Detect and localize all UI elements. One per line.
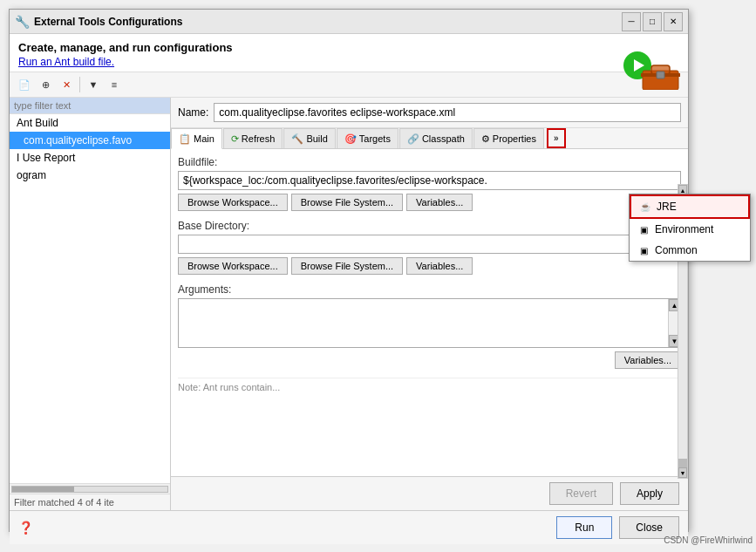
revert-button[interactable]: Revert [549,482,613,505]
duplicate-config-button[interactable]: ⊕ [36,75,55,94]
close-window-button[interactable]: ✕ [664,12,683,31]
buildfile-browse-buttons: Browse Workspace... Browse File System..… [178,194,681,211]
arguments-textarea[interactable] [179,299,668,347]
name-row: Name: [171,98,688,128]
new-config-button[interactable]: 📄 [15,75,34,94]
tabs-row: 📋 Main ⟳ Refresh 🔨 Build 🎯 Targets 🔗 [171,128,688,149]
tab-properties-icon: ⚙ [481,133,490,145]
tab-main[interactable]: 📋 Main [171,128,222,149]
tab-overflow-button[interactable]: » [547,128,566,148]
watermark: CSDN @FireWhirlwind [664,535,753,545]
dropdown-common-label: Common [655,244,698,256]
basedir-browse-filesystem-button[interactable]: Browse File System... [291,257,403,275]
basedir-label: Base Directory: [178,220,681,232]
filter-input[interactable] [10,98,170,114]
tab-build-icon: 🔨 [291,133,303,145]
buildfile-browse-filesystem-button[interactable]: Browse File System... [291,194,403,211]
tab-main-icon: 📋 [179,133,191,145]
minimize-button[interactable]: ─ [622,12,641,31]
filter-status: Filter matched 4 of 4 ite [10,494,170,510]
dropdown-jre-label: JRE [657,201,677,213]
basedir-input[interactable] [178,235,681,254]
dropdown-jre-item[interactable]: ☕ JRE [630,194,750,219]
dropdown-environment-label: Environment [655,223,713,235]
title-bar: 🔧 External Tools Configurations ─ □ ✕ [10,10,688,34]
buildfile-browse-workspace-button[interactable]: Browse Workspace... [178,194,288,211]
basedir-browse-workspace-button[interactable]: Browse Workspace... [178,257,288,275]
help-icon[interactable]: ❓ [18,521,33,535]
tab-refresh[interactable]: ⟳ Refresh [223,128,283,148]
svg-rect-3 [657,72,664,78]
arguments-label: Arguments: [178,283,681,296]
basedir-browse-buttons: Browse Workspace... Browse File System..… [178,257,681,275]
tab-refresh-icon: ⟳ [231,133,239,145]
run-close-bar: ❓ Run Close [10,510,688,544]
right-panel: Name: 📋 Main ⟳ Refresh 🔨 Build 🎯 [171,98,688,510]
tree-item-use-report[interactable]: I Use Report [10,149,170,167]
arguments-group: Arguments: ▲ ▼ Variables... [178,283,681,369]
buildfile-group: Buildfile: Browse Workspace... Browse Fi… [178,156,681,211]
note-text: Note: Ant runs contain... [178,378,681,392]
tree-item-selected[interactable]: com.qualityeclipse.favo [10,132,170,149]
tab-properties[interactable]: ⚙ Properties [473,128,544,148]
run-button[interactable]: Run [556,516,612,539]
bottom-bar: Revert Apply [171,476,688,510]
tab-build[interactable]: 🔨 Build [283,128,335,148]
buildfile-label: Buildfile: [178,156,681,168]
jre-icon: ☕ [638,200,652,214]
tree-item-program[interactable]: ogram [10,167,170,184]
dropdown-common-item[interactable]: ▣ Common [630,240,750,261]
filter-button[interactable]: ▼ [84,75,103,94]
left-panel: Ant Build com.qualityeclipse.favo I Use … [10,98,171,510]
tab-build-label: Build [306,133,327,144]
toolbox-icon [641,58,684,93]
toolbar-row: 📄 ⊕ ✕ ▼ ≡ [10,72,688,98]
basedir-variables-button[interactable]: Variables... [406,257,473,275]
arguments-variables-button[interactable]: Variables... [615,351,681,369]
basedir-group: Base Directory: Browse Workspace... Brow… [178,220,681,275]
title-bar-controls: ─ □ ✕ [622,12,683,31]
tab-classpath[interactable]: 🔗 Classpath [399,128,473,148]
tab-classpath-icon: 🔗 [407,133,419,145]
tab-content: Buildfile: Browse Workspace... Browse Fi… [171,149,688,476]
environment-icon: ▣ [637,222,650,236]
arguments-buttons: Variables... [178,351,681,369]
dialog-window: 🔧 External Tools Configurations ─ □ ✕ Cr… [9,9,689,532]
tab-classpath-label: Classpath [422,133,465,144]
name-input[interactable] [214,103,681,122]
dropdown-environment-item[interactable]: ▣ Environment [630,219,750,240]
common-icon: ▣ [637,243,650,257]
delete-config-button[interactable]: ✕ [57,75,76,94]
name-label: Name: [178,106,208,119]
main-content: Ant Build com.qualityeclipse.favo I Use … [10,98,688,510]
buildfile-input[interactable] [178,171,681,190]
tab-main-label: Main [194,133,215,144]
dropdown-popup: ☕ JRE ▣ Environment ▣ Common [629,194,751,262]
header-area: Create, manage, and run configurations R… [10,34,688,72]
header-subtitle[interactable]: Run an Ant build file. [18,56,679,68]
maximize-button[interactable]: □ [643,12,662,31]
tab-targets-label: Targets [359,133,391,144]
apply-button[interactable]: Apply [620,482,679,505]
buildfile-variables-button[interactable]: Variables... [406,194,473,211]
tab-targets[interactable]: 🎯 Targets [337,128,398,148]
header-title: Create, manage, and run configurations [18,41,679,54]
toolbar-separator [79,77,80,92]
title-bar-text: External Tools Configurations [34,16,622,28]
tree-list: Ant Build com.qualityeclipse.favo I Use … [10,114,170,483]
title-bar-icon: 🔧 [15,15,30,29]
tab-refresh-label: Refresh [242,133,276,144]
tab-properties-label: Properties [493,133,536,144]
tab-targets-icon: 🎯 [344,133,357,145]
collapse-all-button[interactable]: ≡ [105,75,124,94]
tab-overflow-label: » [554,133,559,143]
tree-item-ant-build[interactable]: Ant Build [10,114,170,132]
